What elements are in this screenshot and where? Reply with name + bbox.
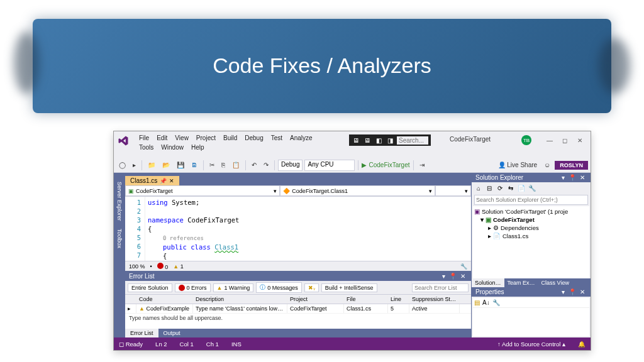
menu-build[interactable]: Build — [219, 133, 241, 143]
close-button[interactable]: ✕ — [573, 135, 587, 145]
refresh-icon[interactable]: ⟳ — [496, 184, 504, 192]
nav-scope-combo[interactable]: 🔶CodeFixTarget.Class1▾ — [280, 185, 435, 196]
undo-button[interactable]: ↶ — [249, 160, 259, 170]
monitor2-icon[interactable]: 🖥 — [363, 136, 372, 145]
menu-file[interactable]: File — [135, 133, 153, 143]
title-search-input[interactable] — [397, 136, 428, 145]
showall-icon[interactable]: 📄 — [517, 184, 526, 192]
menu-edit[interactable]: Edit — [153, 133, 171, 143]
build-combo[interactable]: Build + IntelliSense — [321, 283, 377, 292]
error-grid[interactable]: CodeDescriptionProjectFileLineSuppressio… — [125, 295, 471, 329]
cut-button[interactable]: ✂ — [207, 160, 217, 170]
error-row[interactable]: ▸ ▲ CodeFixExample Type name 'Class1' co… — [125, 304, 471, 314]
minimize-button[interactable]: — — [543, 135, 557, 145]
platform-combo[interactable]: Any CPU — [304, 160, 355, 171]
maximize-button[interactable]: ◻ — [558, 135, 572, 145]
window2-icon[interactable]: ◨ — [386, 136, 394, 145]
alpha-icon[interactable]: A↓ — [482, 299, 490, 306]
panel-dropdown-icon[interactable]: ▾ — [440, 273, 447, 280]
solution-tree[interactable]: ▣Solution 'CodeFixTarget' (1 proje ▾ ▣Co… — [473, 206, 589, 278]
tab-classview[interactable]: Class View — [538, 278, 572, 287]
filter-button[interactable]: ✖ᵧ — [304, 283, 319, 292]
collapse-icon[interactable]: ⊟ — [485, 184, 494, 192]
toolbox-tab[interactable]: Toolbox — [116, 226, 123, 251]
tab-solution[interactable]: Solution… — [472, 278, 504, 287]
properties-icon[interactable]: 🔧 — [528, 184, 536, 192]
code-editor[interactable]: 123456789 using System; namespace CodeFi… — [125, 197, 471, 261]
open-button[interactable]: 📂 — [160, 160, 172, 170]
properties-title[interactable]: Properties ▾ 📍 ✕ — [472, 287, 591, 297]
tab-team[interactable]: Team Ex… — [504, 278, 538, 287]
menu-test[interactable]: Test — [267, 133, 286, 143]
build-icon[interactable]: 🔧 — [460, 263, 467, 270]
expand-icon[interactable]: ▸ — [125, 304, 136, 313]
save-all-button[interactable]: 🗎 — [189, 160, 200, 170]
nav-member-combo[interactable]: ▾ — [435, 185, 471, 196]
prop-pin-icon[interactable]: 📍 — [567, 288, 578, 295]
menu-analyze[interactable]: Analyze — [286, 133, 316, 143]
tree-file[interactable]: ▸ 📄Class1.cs — [474, 232, 588, 240]
menu-debug[interactable]: Debug — [241, 133, 267, 143]
errors-filter[interactable]: 0 Errors — [175, 283, 211, 292]
roslyn-badge[interactable]: ROSLYN — [555, 161, 588, 170]
tab-output[interactable]: Output — [158, 329, 186, 337]
code-body[interactable]: using System; namespace CodeFixTarget { … — [145, 197, 242, 261]
wrench-icon[interactable]: 🔧 — [492, 299, 500, 306]
tree-dependencies[interactable]: ▸ ⚙Dependencies — [474, 224, 588, 232]
step-button[interactable]: ⇥ — [417, 160, 427, 170]
copy-button[interactable]: ⎘ — [219, 160, 228, 170]
menu-project[interactable]: Project — [192, 133, 219, 143]
add-source-control[interactable]: ↑ Add to Source Control ▴ — [497, 341, 565, 348]
notifications-icon[interactable]: 🔔 — [578, 341, 586, 348]
menu-view[interactable]: View — [171, 133, 192, 143]
solution-explorer-title[interactable]: Solution Explorer ▾ 📍 ✕ — [472, 173, 591, 182]
zoom-label[interactable]: 100 % — [129, 263, 145, 270]
solution-search-input[interactable] — [474, 195, 588, 205]
feedback-button[interactable]: ☺ — [541, 160, 553, 170]
close-tab-icon[interactable]: ✕ — [169, 178, 174, 184]
slide-title-banner: Code Fixes / Analyzers — [33, 19, 611, 113]
save-button[interactable]: 💾 — [174, 160, 187, 170]
panel-pin-icon[interactable]: 📍 — [447, 273, 458, 280]
tree-project[interactable]: ▾ ▣CodeFixTarget — [474, 216, 588, 224]
solution-toolbar: ⌂ ⊟ ⟳ ⇆ 📄 🔧 — [472, 182, 591, 194]
pin-icon[interactable]: 📌 — [160, 178, 167, 184]
nav-project-combo[interactable]: ▣CodeFixTarget▾ — [125, 185, 280, 196]
nav-back-button[interactable]: ◯ — [116, 160, 128, 170]
window-icon[interactable]: ◧ — [374, 136, 383, 145]
error-count[interactable]: 0 — [157, 263, 169, 270]
se-pin-icon[interactable]: 📍 — [567, 174, 578, 181]
tab-error-list[interactable]: Error List — [125, 329, 158, 337]
warnings-filter[interactable]: ▲1 Warning — [213, 283, 254, 292]
redo-button[interactable]: ↷ — [261, 160, 271, 170]
class-name-squiggly[interactable]: Class1 — [214, 243, 238, 251]
server-explorer-tab[interactable]: Server Explorer — [116, 179, 123, 224]
se-close-icon[interactable]: ✕ — [578, 174, 587, 181]
categorized-icon[interactable]: ▤ — [474, 299, 480, 306]
prop-dropdown-icon[interactable]: ▾ — [560, 288, 567, 295]
scope-combo[interactable]: Entire Solution — [128, 283, 172, 292]
error-search-input[interactable] — [412, 283, 469, 292]
panel-close-icon[interactable]: ✕ — [458, 273, 467, 280]
config-combo[interactable]: Debug — [278, 160, 303, 171]
home-icon[interactable]: ⌂ — [474, 184, 483, 192]
live-share-button[interactable]: 👤 Live Share — [496, 160, 540, 170]
warn-count[interactable]: ▲ 1 — [173, 263, 183, 270]
menu-help[interactable]: Help — [187, 143, 208, 152]
se-dropdown-icon[interactable]: ▾ — [560, 174, 567, 181]
nav-fwd-button[interactable]: ▸ — [130, 160, 138, 170]
prop-close-icon[interactable]: ✕ — [578, 288, 587, 295]
tree-solution[interactable]: ▣Solution 'CodeFixTarget' (1 proje — [474, 207, 588, 216]
new-project-button[interactable]: 📁 — [145, 160, 158, 170]
error-list-title[interactable]: Error List ▾ 📍 ✕ — [125, 272, 471, 281]
tab-class1[interactable]: Class1.cs 📌 ✕ — [125, 176, 179, 185]
menu-tools[interactable]: Tools — [135, 143, 157, 152]
menu-window[interactable]: Window — [157, 143, 187, 152]
visual-studio-window: File Edit View Project Build Debug Test … — [113, 131, 591, 351]
monitor-icon[interactable]: 🖥 — [352, 136, 360, 145]
user-badge[interactable]: TB — [521, 135, 531, 145]
run-button[interactable]: ▶ CodeFixTarget — [362, 162, 409, 168]
paste-button[interactable]: 📋 — [230, 160, 242, 170]
messages-filter[interactable]: ⓘ0 Messages — [256, 282, 302, 293]
sync-icon[interactable]: ⇆ — [506, 184, 515, 192]
